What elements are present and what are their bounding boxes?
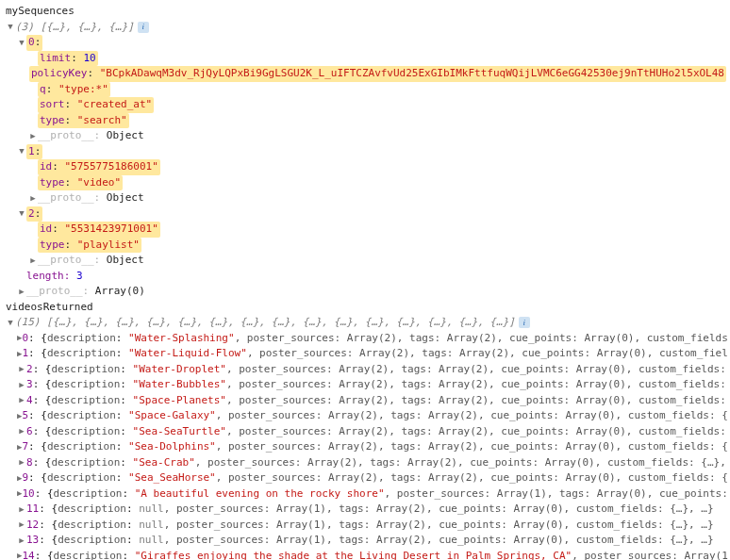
array-item-row[interactable]: 5: {description: "Space-Galaxy", poster_…	[4, 408, 726, 424]
preview-tail: , poster_sources: Array(1	[572, 550, 728, 561]
object-index-row[interactable]: 2:	[4, 206, 726, 222]
property-value: "5755775186001"	[65, 160, 158, 173]
array-length-row: length: 3	[4, 269, 726, 285]
array-index: 0	[28, 36, 35, 48]
array-index: 12	[26, 519, 39, 531]
property-row: q: "type:*"	[4, 82, 726, 98]
property-row: type: "playlist"	[4, 238, 726, 254]
preview-tail: , poster_sources: Array(2), tags: Array(…	[216, 409, 728, 421]
array-item-row[interactable]: 9: {description: "Sea_SeaHorse", poster_…	[4, 470, 726, 486]
array-index: 2	[28, 207, 35, 220]
expand-arrow-icon[interactable]	[17, 535, 26, 548]
expand-arrow-icon[interactable]	[17, 456, 26, 469]
expand-arrow-icon[interactable]	[6, 317, 15, 330]
preview-tail: , poster_sources: Array(2), tags: Array(…	[226, 363, 726, 375]
property-row: sort: "created_at"	[4, 97, 726, 113]
expand-arrow-icon[interactable]	[17, 145, 26, 158]
description-value: "Water-Bubbles"	[133, 378, 226, 390]
expand-arrow-icon[interactable]	[17, 519, 26, 532]
description-value: "Sea_SeaHorse"	[128, 471, 216, 484]
expand-arrow-icon[interactable]	[17, 394, 26, 407]
property-row: type: "search"	[4, 113, 726, 129]
info-icon[interactable]: i	[519, 317, 530, 328]
description-value: "Water-Droplet"	[133, 363, 226, 375]
array-item-row[interactable]: 1: {description: "Water-Liquid-Flow", po…	[4, 346, 726, 362]
property-row: id: "5531423971001"	[4, 222, 726, 238]
preview-tail: , poster_sources: Array(1), tags: Array(…	[164, 534, 714, 546]
expand-arrow-icon[interactable]	[6, 21, 15, 34]
expand-arrow-icon[interactable]	[17, 286, 26, 299]
expand-arrow-icon[interactable]	[28, 192, 38, 206]
array-item-row[interactable]: 2: {description: "Water-Droplet", poster…	[4, 362, 726, 378]
proto-row[interactable]: __proto__: Object	[4, 190, 726, 206]
array-item-row[interactable]: 4: {description: "Space-Planets", poster…	[4, 393, 726, 409]
preview-tail: , poster_sources: Array(2), tags: Array(…	[226, 378, 726, 390]
object-index-row[interactable]: 1:	[4, 144, 726, 160]
array-item-row[interactable]: 6: {description: "Sea-SeaTurtle", poster…	[4, 424, 726, 440]
array-summary-row[interactable]: (3) [{…}, {…}, {…}] i	[4, 20, 726, 36]
proto-key: __proto__	[38, 254, 94, 266]
property-value: "search"	[77, 114, 127, 126]
array-item-row[interactable]: 8: {description: "Sea-Crab", poster_sour…	[4, 455, 726, 471]
description-value: "Giraffes enjoying the shade at the Livi…	[135, 550, 572, 561]
array-summary: (15) [{…}, {…}, {…}, {…}, {…}, {…}, {…},…	[15, 315, 515, 331]
array-index: 5	[22, 409, 28, 421]
property-value: "video"	[77, 176, 121, 189]
proto-row[interactable]: __proto__: Array(0)	[4, 284, 726, 300]
expand-arrow-icon[interactable]	[28, 130, 38, 143]
description-value: "Sea-SeaTurtle"	[133, 425, 226, 437]
proto-key: __proto__	[38, 191, 94, 204]
proto-key: __proto__	[26, 285, 83, 297]
proto-row[interactable]: __proto__: Object	[4, 128, 726, 144]
preview-tail: , poster_sources: Array(2), tags: Array(…	[216, 471, 728, 484]
array-summary-row[interactable]: (15) [{…}, {…}, {…}, {…}, {…}, {…}, {…},…	[4, 315, 726, 331]
info-icon[interactable]: i	[138, 22, 149, 33]
proto-row[interactable]: __proto__: Object	[4, 253, 726, 269]
preview-tail: , poster_sources: Array(2), tags: Array(…	[247, 347, 728, 359]
length-value: 3	[76, 270, 83, 282]
variable-header-mysequences: mySequences	[4, 4, 726, 20]
preview-tail: , poster_sources: Array(2), tags: Array(…	[195, 456, 726, 469]
property-key: type	[40, 176, 65, 189]
array-index: 11	[26, 502, 39, 515]
expand-arrow-icon[interactable]	[28, 255, 38, 268]
property-key: limit	[40, 52, 71, 64]
description-value: "Space-Planets"	[133, 394, 226, 406]
preview-tail: , poster_sources: Array(1), tags: Array(…	[385, 487, 728, 500]
description-value: "Water-Splashing"	[128, 332, 235, 344]
expand-arrow-icon[interactable]	[17, 425, 26, 438]
description-value: null	[139, 502, 164, 515]
array-item-row[interactable]: 12: {description: null, poster_sources: …	[4, 518, 726, 534]
array-item-row[interactable]: 13: {description: null, poster_sources: …	[4, 533, 726, 549]
expand-arrow-icon[interactable]	[17, 37, 26, 50]
array-item-row[interactable]: 0: {description: "Water-Splashing", post…	[4, 331, 726, 347]
proto-value: Object	[107, 254, 144, 266]
expand-arrow-icon[interactable]	[17, 207, 26, 221]
array-item-row[interactable]: 11: {description: null, poster_sources: …	[4, 502, 726, 518]
property-key: policyKey	[31, 67, 88, 79]
property-key: q	[40, 83, 46, 95]
proto-key: __proto__	[38, 129, 94, 141]
property-row: policyKey: "BCpkADawqM3dv_RjQyLQPxBi9GgL…	[4, 66, 726, 82]
array-item-row[interactable]: 14: {description: "Giraffes enjoying the…	[4, 549, 726, 561]
array-item-row[interactable]: 7: {description: "Sea-Dolphins", poster_…	[4, 439, 726, 455]
description-value: null	[139, 519, 164, 531]
array-index: 13	[26, 534, 39, 546]
property-value: "type:*"	[58, 83, 108, 95]
object-index-row[interactable]: 0:	[4, 35, 726, 51]
property-key: sort	[40, 98, 65, 110]
expand-arrow-icon[interactable]	[17, 503, 26, 517]
array-index: 1	[28, 145, 35, 157]
description-value: "A beautiful evening on the rocky shore"	[135, 487, 385, 500]
preview-tail: , poster_sources: Array(1), tags: Array(…	[164, 502, 714, 515]
variable-header-videosreturned: videosReturned	[4, 300, 726, 316]
expand-arrow-icon[interactable]	[17, 363, 26, 376]
array-item-row[interactable]: 3: {description: "Water-Bubbles", poster…	[4, 377, 726, 393]
array-index: 1	[22, 347, 28, 359]
preview-tail: , poster_sources: Array(2), tags: Array(…	[235, 332, 728, 344]
array-index: 2	[26, 363, 33, 375]
property-value: "created_at"	[77, 98, 152, 110]
array-item-row[interactable]: 10: {description: "A beautiful evening o…	[4, 486, 726, 502]
expand-arrow-icon[interactable]	[17, 379, 26, 392]
array-index: 0	[22, 332, 28, 344]
